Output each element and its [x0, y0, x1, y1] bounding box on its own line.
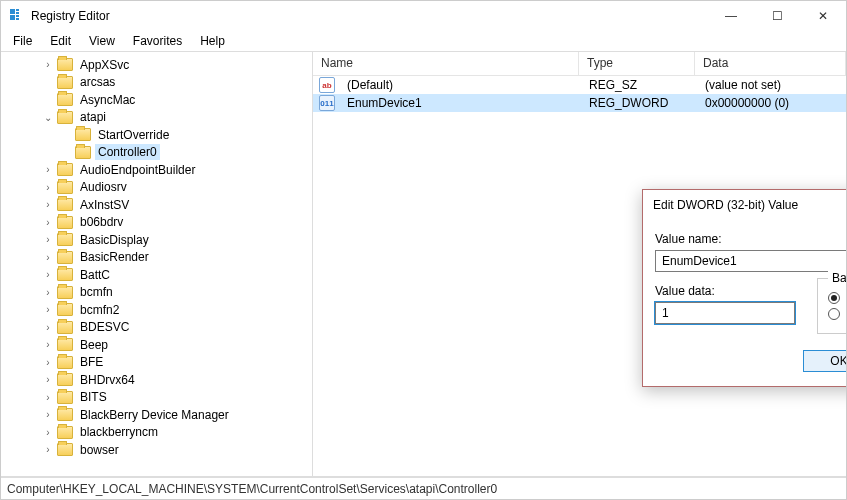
tree-item[interactable]: ›Beep: [5, 336, 312, 354]
string-value-icon: ab: [319, 77, 335, 93]
tree-item-label: atapi: [77, 109, 109, 125]
tree-item[interactable]: Controller0: [5, 144, 312, 162]
tree-item[interactable]: ›bowser: [5, 441, 312, 459]
dialog-buttons: OK Cancel: [655, 350, 846, 372]
edit-dword-dialog: Edit DWORD (32-bit) Value ✕ Value name: …: [642, 189, 846, 387]
binary-value-icon: 011: [319, 95, 335, 111]
tree-item[interactable]: ›bcmfn2: [5, 301, 312, 319]
list-row[interactable]: 011EnumDevice1REG_DWORD0x00000000 (0): [313, 94, 846, 112]
svg-rect-3: [10, 15, 15, 20]
tree-item-label: AudioEndpointBuilder: [77, 162, 198, 178]
chevron-right-icon[interactable]: ›: [41, 252, 55, 263]
tree-item-label: Controller0: [95, 144, 160, 160]
tree-item[interactable]: ›BITS: [5, 389, 312, 407]
chevron-right-icon[interactable]: ›: [41, 269, 55, 280]
column-header-name[interactable]: Name: [313, 52, 579, 75]
chevron-right-icon[interactable]: ›: [41, 322, 55, 333]
tree-item[interactable]: ›BasicDisplay: [5, 231, 312, 249]
chevron-right-icon[interactable]: ›: [41, 427, 55, 438]
chevron-right-icon[interactable]: ›: [41, 304, 55, 315]
chevron-right-icon[interactable]: ›: [41, 182, 55, 193]
tree-item[interactable]: AsyncMac: [5, 91, 312, 109]
tree-item-label: Audiosrv: [77, 179, 130, 195]
column-header-type[interactable]: Type: [579, 52, 695, 75]
maximize-button[interactable]: ☐: [754, 1, 800, 31]
chevron-right-icon[interactable]: ›: [41, 217, 55, 228]
chevron-down-icon[interactable]: ⌄: [41, 112, 55, 123]
close-button[interactable]: ✕: [800, 1, 846, 31]
cell-data: 0x00000000 (0): [697, 96, 846, 110]
minimize-button[interactable]: —: [708, 1, 754, 31]
tree-item[interactable]: arcsas: [5, 74, 312, 92]
menu-view[interactable]: View: [81, 32, 123, 50]
menu-file[interactable]: File: [5, 32, 40, 50]
tree-item[interactable]: ›BFE: [5, 354, 312, 372]
registry-value-list-pane[interactable]: Name Type Data ab(Default)REG_SZ(value n…: [313, 52, 846, 476]
tree-item[interactable]: ›BattC: [5, 266, 312, 284]
cell-name: EnumDevice1: [339, 96, 581, 110]
dialog-titlebar[interactable]: Edit DWORD (32-bit) Value ✕: [643, 190, 846, 220]
menu-help[interactable]: Help: [192, 32, 233, 50]
tree-item[interactable]: ›BlackBerry Device Manager: [5, 406, 312, 424]
tree-item[interactable]: ⌄atapi: [5, 109, 312, 127]
tree-item-label: BlackBerry Device Manager: [77, 407, 232, 423]
folder-icon: [75, 146, 91, 159]
chevron-right-icon[interactable]: ›: [41, 199, 55, 210]
radio-hexadecimal[interactable]: Hexadecimal: [828, 291, 846, 305]
column-header-data[interactable]: Data: [695, 52, 846, 75]
folder-icon: [57, 93, 73, 106]
ok-button[interactable]: OK: [803, 350, 846, 372]
folder-icon: [57, 426, 73, 439]
tree-item[interactable]: ›blackberryncm: [5, 424, 312, 442]
folder-icon: [57, 181, 73, 194]
chevron-right-icon[interactable]: ›: [41, 357, 55, 368]
chevron-right-icon[interactable]: ›: [41, 164, 55, 175]
chevron-right-icon[interactable]: ›: [41, 339, 55, 350]
value-data-input[interactable]: [655, 302, 795, 324]
tree-item-label: StartOverride: [95, 127, 172, 143]
tree-item[interactable]: ›AppXSvc: [5, 56, 312, 74]
tree-item[interactable]: ›AudioEndpointBuilder: [5, 161, 312, 179]
dialog-title: Edit DWORD (32-bit) Value: [653, 198, 798, 212]
tree-item[interactable]: ›BDESVC: [5, 319, 312, 337]
folder-icon: [57, 391, 73, 404]
list-header: Name Type Data: [313, 52, 846, 76]
registry-tree-pane[interactable]: ›AppXSvcarcsasAsyncMac⌄atapiStartOverrid…: [1, 52, 313, 476]
folder-icon: [57, 198, 73, 211]
chevron-right-icon[interactable]: ›: [41, 392, 55, 403]
chevron-right-icon[interactable]: ›: [41, 374, 55, 385]
chevron-right-icon[interactable]: ›: [41, 444, 55, 455]
tree-item-label: AppXSvc: [77, 57, 132, 73]
value-name-input[interactable]: [655, 250, 846, 272]
chevron-right-icon[interactable]: ›: [41, 59, 55, 70]
base-legend: Base: [828, 271, 846, 285]
svg-rect-1: [16, 9, 19, 11]
tree-item[interactable]: StartOverride: [5, 126, 312, 144]
menu-favorites[interactable]: Favorites: [125, 32, 190, 50]
chevron-right-icon[interactable]: ›: [41, 234, 55, 245]
menu-edit[interactable]: Edit: [42, 32, 79, 50]
tree-item[interactable]: ›bcmfn: [5, 284, 312, 302]
folder-icon: [57, 356, 73, 369]
radio-decimal[interactable]: Decimal: [828, 307, 846, 321]
tree-item-label: BattC: [77, 267, 113, 283]
tree-item-label: bowser: [77, 442, 122, 458]
list-row[interactable]: ab(Default)REG_SZ(value not set): [313, 76, 846, 94]
chevron-right-icon[interactable]: ›: [41, 409, 55, 420]
folder-icon: [57, 408, 73, 421]
value-name-label: Value name:: [655, 232, 846, 246]
tree-item[interactable]: ›BasicRender: [5, 249, 312, 267]
tree-item-label: BHDrvx64: [77, 372, 138, 388]
chevron-right-icon[interactable]: ›: [41, 287, 55, 298]
statusbar: Computer\HKEY_LOCAL_MACHINE\SYSTEM\Curre…: [1, 477, 846, 499]
folder-icon: [57, 111, 73, 124]
tree-item[interactable]: ›b06bdrv: [5, 214, 312, 232]
tree-item[interactable]: ›AxInstSV: [5, 196, 312, 214]
tree-item-label: blackberryncm: [77, 424, 161, 440]
svg-rect-0: [10, 9, 15, 14]
registry-editor-window: Registry Editor — ☐ ✕ File Edit View Fav…: [0, 0, 847, 500]
tree-item[interactable]: ›Audiosrv: [5, 179, 312, 197]
tree-item[interactable]: ›BHDrvx64: [5, 371, 312, 389]
titlebar[interactable]: Registry Editor — ☐ ✕: [1, 1, 846, 31]
folder-icon: [57, 321, 73, 334]
